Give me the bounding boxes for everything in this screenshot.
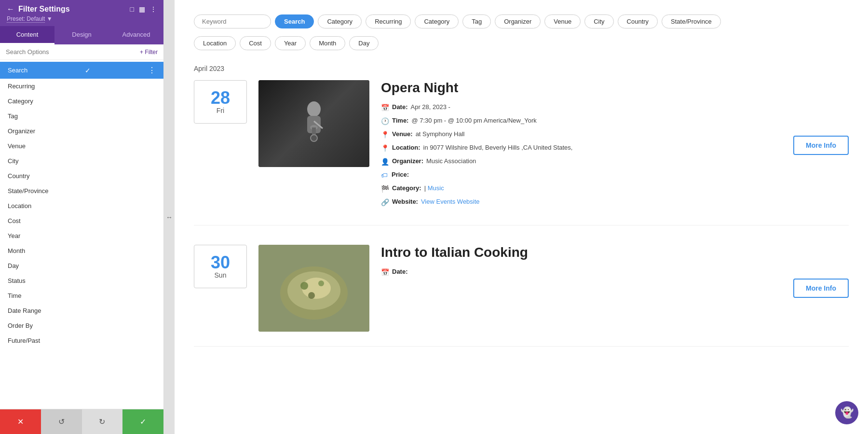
chip-venue-7[interactable]: Venue [544,14,581,28]
keyword-input[interactable] [194,14,271,28]
clock-icon: 🕐 [381,116,389,126]
add-filter-button[interactable]: + Filter [140,49,158,56]
back-arrow-icon[interactable]: ← [7,5,14,14]
more-options-icon[interactable]: ⋮ [150,5,157,13]
event-image [258,80,369,167]
redo-button[interactable]: ↻ [82,409,123,434]
filter-dots-icon[interactable]: ⋮ [148,66,156,75]
event-category-row: 🏁 Category: | Music [381,183,782,194]
filter-item-country[interactable]: Country [0,168,163,183]
chatbot-icon: 👻 [841,406,854,419]
chip-country-9[interactable]: Country [618,14,658,28]
filter-label: Category [8,98,33,105]
filter-item-venue[interactable]: Venue [0,139,163,154]
category-value: | Music [424,183,444,193]
filter-label: Time [8,292,21,299]
chip-search-1[interactable]: Search [275,14,314,28]
preset-label: Preset: Default [7,15,45,23]
date-label: Date: [392,267,408,277]
calendar-icon: 📅 [381,103,389,113]
cancel-button[interactable]: ✕ [0,409,41,434]
website-link[interactable]: View Events Website [421,197,480,207]
filter-item-city[interactable]: City [0,154,163,168]
event-location-row: 📍 Location: in 9077 Wilshire Blvd, Bever… [381,143,782,154]
undo-button[interactable]: ↺ [41,409,82,434]
chip2-month-3[interactable]: Month [310,36,345,50]
chatbot-bubble[interactable]: 👻 [835,401,858,424]
events-container: 28 Fri Oper [194,80,849,347]
right-content: SearchCategoryRecurringCategoryTagOrgani… [175,0,868,434]
resize-icon: ↔ [166,213,173,221]
filter-chips-row2: LocationCostYearMonthDay [194,36,849,50]
event-date-box: 28 Fri [194,80,247,124]
chip-city-8[interactable]: City [584,14,613,28]
chip-organizer-6[interactable]: Organizer [495,14,541,28]
confirm-button[interactable]: ✓ [122,409,163,434]
filter-label: Status [8,277,26,284]
fullscreen-icon[interactable]: □ [130,5,134,13]
filter-item-year[interactable]: Year [0,228,163,243]
checkmark-icon: ✓ [85,67,91,74]
chip-state-province-10[interactable]: State/Province [662,14,721,28]
more-info-button[interactable]: More Info [793,136,849,155]
filter-item-cost[interactable]: Cost [0,213,163,228]
filter-item-future-past[interactable]: Future/Past [0,333,163,348]
tab-advanced[interactable]: Advanced [109,26,163,44]
svg-point-4 [311,135,317,141]
chip2-location-0[interactable]: Location [194,36,236,50]
location-value: in 9077 Wilshire Blvd, Beverly Hills ,CA… [423,143,573,153]
search-options-input[interactable] [6,48,136,56]
filter-item-location[interactable]: Location [0,198,163,213]
filter-item-time[interactable]: Time [0,288,163,303]
event-date-day: Sun [215,271,227,279]
filter-label: State/Province [8,187,49,195]
tab-content[interactable]: Content [0,26,54,44]
category-link[interactable]: Music [428,184,444,192]
filter-item-status[interactable]: Status [0,273,163,288]
filter-item-order-by[interactable]: Order By [0,318,163,333]
food-illustration [258,245,369,332]
filter-item-date-range[interactable]: Date Range [0,303,163,318]
svg-point-12 [308,292,315,299]
price-label: Price: [392,170,409,180]
more-info-button[interactable]: More Info [793,279,849,298]
event-info: Opera Night 📅 Date: Apr 28, 2023 - 🕐 Tim… [381,80,782,210]
chip2-cost-1[interactable]: Cost [240,36,271,50]
filter-label: Cost [8,217,21,224]
venue-value: at Symphony Hall [416,129,465,139]
category-icon: 🏁 [381,184,389,194]
filter-item-category[interactable]: Category [0,94,163,109]
event-date-day: Fri [217,107,224,114]
filter-label: Search [8,67,27,74]
chip-tag-5[interactable]: Tag [462,14,491,28]
section-date: April 2023 [194,65,849,72]
layout-icon[interactable]: ▦ [139,5,145,13]
chip2-year-2[interactable]: Year [275,36,306,50]
chip-category-4[interactable]: Category [415,14,459,28]
event-time-row: 🕐 Time: @ 7:30 pm - @ 10:00 pm America/N… [381,116,782,126]
filter-label: Recurring [8,83,35,90]
chip-recurring-3[interactable]: Recurring [366,14,411,28]
organizer-value: Music Association [426,156,476,166]
svg-point-10 [300,282,308,290]
filter-item-organizer[interactable]: Organizer [0,124,163,139]
location-label: Location: [392,143,420,153]
filter-item-recurring[interactable]: Recurring [0,79,163,94]
filter-item-month[interactable]: Month [0,243,163,258]
venue-icon: 📍 [381,130,389,140]
filter-label: Tag [8,112,18,120]
venue-label: Venue: [392,129,413,139]
tab-design[interactable]: Design [54,26,109,44]
chip-category-2[interactable]: Category [318,14,362,28]
filter-item-state-province[interactable]: State/Province [0,183,163,198]
chip2-day-4[interactable]: Day [349,36,379,50]
preset-row[interactable]: Preset: Default ▼ [7,15,157,26]
filter-label: Country [8,172,30,180]
filter-item-tag[interactable]: Tag [0,109,163,124]
resize-handle[interactable]: ↔ [164,0,175,434]
event-title: Intro to Italian Cooking [381,245,782,260]
panel-title: Filter Settings [18,5,70,14]
filter-item-day[interactable]: Day [0,258,163,273]
website-icon: 🔗 [381,197,389,208]
filter-item-search[interactable]: Search✓⋮ [0,62,163,79]
